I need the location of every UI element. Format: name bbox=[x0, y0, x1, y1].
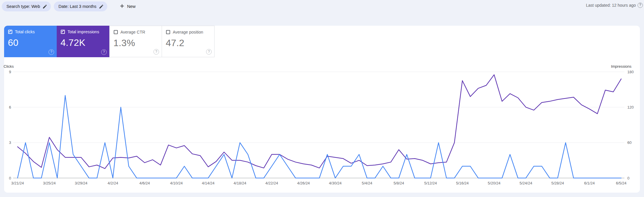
total-impressions-checkbox[interactable]: ✓ bbox=[61, 30, 65, 34]
average-ctr-value: 1.3% bbox=[113, 38, 135, 48]
x-axis-date-label: 5/20/24 bbox=[488, 181, 500, 185]
card-total-clicks[interactable]: ✓ Total clicks 60 ? bbox=[4, 26, 57, 57]
card-help-icon[interactable]: ? bbox=[153, 49, 159, 55]
right-axis-tick: 60 bbox=[627, 140, 631, 145]
card-head: Average position bbox=[166, 30, 203, 34]
x-axis-date-label: 3/21/24 bbox=[11, 181, 24, 185]
last-updated-help-icon[interactable]: ? bbox=[638, 3, 643, 8]
pencil-icon[interactable] bbox=[99, 4, 104, 9]
average-position-value: 47.2 bbox=[166, 38, 184, 48]
right-axis-tick: 120 bbox=[627, 105, 634, 109]
filter-chips: Search type: Web Date: Last 3 months New bbox=[2, 1, 137, 11]
x-axis-date-label: 6/5/24 bbox=[616, 181, 626, 185]
new-filter-button[interactable]: New bbox=[117, 1, 137, 11]
clicks-line-series[interactable] bbox=[18, 95, 621, 178]
search-type-chip[interactable]: Search type: Web bbox=[2, 1, 51, 11]
x-axis-date-label: 5/12/24 bbox=[424, 181, 437, 185]
card-average-ctr[interactable]: Average CTR 1.3% ? bbox=[109, 26, 162, 57]
right-axis-title: Impressions bbox=[611, 64, 632, 69]
right-axis-tick: 180 bbox=[627, 70, 634, 74]
check-icon: ✓ bbox=[8, 29, 12, 34]
plus-icon bbox=[119, 3, 125, 10]
card-help-icon[interactable]: ? bbox=[206, 49, 212, 55]
x-axis-date-label: 4/22/24 bbox=[265, 181, 278, 185]
card-help-icon[interactable]: ? bbox=[101, 49, 107, 55]
card-head: Average CTR bbox=[114, 30, 145, 34]
left-axis-tick: 0 bbox=[9, 176, 11, 180]
x-axis-date-label: 6/1/24 bbox=[584, 181, 595, 185]
card-total-impressions[interactable]: ✓ Total impressions 4.72K ? bbox=[57, 26, 109, 57]
left-axis-tick: 3 bbox=[9, 140, 11, 145]
x-axis-date-label: 4/10/24 bbox=[170, 181, 183, 185]
x-axis-date-label: 5/28/24 bbox=[551, 181, 564, 185]
card-label: Total impressions bbox=[68, 29, 99, 34]
x-axis-date-label: 4/26/24 bbox=[297, 181, 310, 185]
left-axis-tick: 6 bbox=[9, 105, 11, 109]
last-updated-text: Last updated: 12 hours ago bbox=[586, 3, 636, 8]
x-axis-date-label: 4/2/24 bbox=[108, 181, 118, 185]
search-type-chip-label: Search type: Web bbox=[6, 4, 40, 9]
card-head: ✓ Total impressions bbox=[61, 29, 99, 34]
date-range-chip[interactable]: Date: Last 3 months bbox=[54, 1, 107, 11]
check-icon: ✓ bbox=[61, 29, 64, 34]
card-head: ✓ Total clicks bbox=[8, 29, 35, 34]
x-axis-date-label: 4/14/24 bbox=[202, 181, 214, 185]
average-position-checkbox[interactable] bbox=[166, 30, 170, 34]
x-axis-date-label: 4/6/24 bbox=[139, 181, 150, 185]
date-range-chip-label: Date: Last 3 months bbox=[58, 4, 96, 9]
card-label: Average position bbox=[173, 30, 203, 34]
x-axis-date-label: 4/30/24 bbox=[329, 181, 341, 185]
impressions-line-series[interactable] bbox=[18, 75, 621, 168]
last-updated: Last updated: 12 hours ago ? bbox=[586, 3, 643, 8]
card-label: Average CTR bbox=[120, 30, 145, 34]
x-axis-date-label: 5/8/24 bbox=[393, 181, 404, 185]
pencil-icon[interactable] bbox=[42, 4, 47, 9]
total-impressions-value: 4.72K bbox=[61, 37, 85, 48]
x-axis-date-label: 3/29/24 bbox=[75, 181, 87, 185]
average-ctr-checkbox[interactable] bbox=[114, 30, 118, 34]
card-label: Total clicks bbox=[15, 29, 35, 34]
x-axis-date-label: 5/4/24 bbox=[362, 181, 372, 185]
card-help-icon[interactable]: ? bbox=[49, 49, 54, 55]
x-axis-date-label: 3/25/24 bbox=[43, 181, 56, 185]
x-axis-date-label: 4/18/24 bbox=[234, 181, 246, 185]
total-clicks-checkbox[interactable]: ✓ bbox=[8, 30, 12, 34]
card-average-position[interactable]: Average position 47.2 ? bbox=[162, 26, 215, 57]
top-bar: Search type: Web Date: Last 3 months New… bbox=[0, 0, 644, 16]
total-clicks-value: 60 bbox=[8, 37, 18, 48]
right-axis-tick: 0 bbox=[627, 176, 629, 180]
left-axis-title: Clicks bbox=[4, 64, 14, 69]
left-axis-tick: 9 bbox=[9, 70, 11, 74]
new-filter-button-label: New bbox=[127, 4, 136, 9]
x-axis-date-label: 5/16/24 bbox=[456, 181, 469, 185]
x-axis-date-label: 5/24/24 bbox=[519, 181, 532, 185]
